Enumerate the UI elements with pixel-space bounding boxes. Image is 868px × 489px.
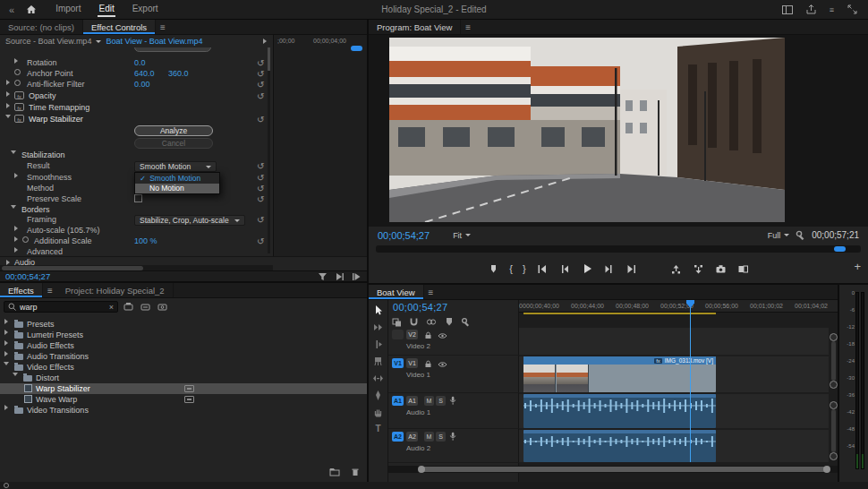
tree-item-lumetri-presets[interactable]: Lumetri Presets <box>0 330 367 340</box>
tab-source-monitor[interactable]: Source: (no clips) <box>0 20 83 34</box>
fullscreen-icon[interactable] <box>847 4 857 14</box>
ec-vertical-scrollbar[interactable] <box>268 47 270 253</box>
twirl-closed-icon[interactable] <box>4 351 8 356</box>
effect-label[interactable]: Time Remapping <box>29 103 89 113</box>
mute-button[interactable]: M <box>424 396 434 406</box>
step-back-icon[interactable] <box>558 263 571 275</box>
twirl-open-icon[interactable] <box>13 373 18 376</box>
track-lane-v2[interactable] <box>519 328 829 355</box>
accelerated-effects-filter-icon[interactable] <box>123 302 133 311</box>
track-name[interactable]: Audio 2 <box>406 444 430 452</box>
fit-dropdown[interactable]: Fit <box>453 231 471 240</box>
framing-dropdown[interactable]: Stabilize, Crop, Auto-scale <box>134 215 245 226</box>
mark-in-icon[interactable]: { <box>509 263 513 275</box>
tree-item-audio-effects[interactable]: Audio Effects <box>0 340 367 351</box>
play-button[interactable] <box>581 263 593 275</box>
analyze-button[interactable]: Analyze <box>134 125 213 136</box>
voiceover-mic-icon[interactable] <box>449 396 456 406</box>
audio-clip-a1[interactable] <box>523 394 716 428</box>
home-icon[interactable] <box>26 4 37 14</box>
panel-menu-icon[interactable]: ≡ <box>461 20 475 34</box>
voiceover-mic-icon[interactable] <box>449 432 456 442</box>
result-dropdown[interactable]: Smooth Motion <box>134 161 217 172</box>
twirl-closed-icon[interactable] <box>14 173 18 178</box>
tab-import[interactable]: Import <box>55 2 81 17</box>
program-timecode[interactable]: 00;00;54;27 <box>378 230 430 241</box>
timeline-horizontal-scrollbar[interactable] <box>388 466 838 473</box>
zoom-scrollbar-thumb[interactable] <box>351 46 362 51</box>
rotation-value[interactable]: 0.0 <box>134 58 146 68</box>
track-target-v1[interactable]: V1 <box>406 358 418 368</box>
anchor-x-value[interactable]: 640.0 <box>134 69 155 79</box>
cancel-button[interactable]: Cancel <box>134 138 213 149</box>
track-output-eye-icon[interactable] <box>438 332 447 339</box>
go-to-out-icon[interactable] <box>625 263 638 275</box>
reset-icon[interactable]: ↺ <box>257 69 264 79</box>
twirl-closed-icon[interactable] <box>4 330 8 335</box>
settings-wrench-icon[interactable] <box>796 230 805 240</box>
video-clip-img0313[interactable]: fx IMG_0313.mov [V] <box>523 356 716 392</box>
additional-scale-value[interactable]: 100 % <box>134 236 157 246</box>
twirl-closed-icon[interactable] <box>4 405 8 410</box>
play-audio-icon[interactable] <box>335 272 345 281</box>
slip-tool[interactable] <box>372 373 384 384</box>
quick-export-icon[interactable] <box>806 4 816 14</box>
video-tracks-scrollbar[interactable] <box>831 341 836 381</box>
effects-search-box[interactable]: × <box>4 301 118 313</box>
export-frame-icon[interactable] <box>715 263 728 275</box>
tab-program-monitor[interactable]: Program: Boat View <box>369 20 461 34</box>
sync-lock-icon[interactable] <box>424 331 432 339</box>
button-editor-plus[interactable]: + <box>854 260 861 273</box>
caret-down-icon[interactable] <box>96 40 101 43</box>
source-patch-v2[interactable] <box>392 330 404 339</box>
lift-icon[interactable] <box>670 263 683 275</box>
tab-export[interactable]: Export <box>132 2 159 17</box>
add-marker-icon[interactable] <box>487 263 499 275</box>
source-patch-a1[interactable]: A1 <box>392 396 404 406</box>
twirl-open-icon[interactable] <box>11 150 16 154</box>
preserve-scale-checkbox[interactable] <box>134 194 142 202</box>
track-select-tool[interactable] <box>372 322 384 333</box>
tab-effect-controls[interactable]: Effect Controls <box>83 20 156 34</box>
sync-lock-icon[interactable] <box>424 360 432 368</box>
yuv-effects-filter-icon[interactable] <box>157 302 167 311</box>
source-patch-a2[interactable]: A2 <box>392 432 404 442</box>
twirl-open-icon[interactable] <box>5 115 11 118</box>
zoom-handle-left[interactable] <box>418 466 425 473</box>
track-name[interactable]: Video 2 <box>406 342 430 350</box>
twirl-closed-icon[interactable] <box>4 319 8 324</box>
effect-label[interactable]: Opacity <box>29 91 56 101</box>
effect-label[interactable]: Warp Stabilizer <box>29 115 83 124</box>
delete-custom-item-icon[interactable] <box>351 468 360 476</box>
twirl-closed-icon[interactable] <box>14 236 18 242</box>
razor-tool[interactable] <box>372 356 384 367</box>
32bit-effects-filter-icon[interactable] <box>140 302 150 311</box>
track-output-eye-icon[interactable] <box>438 361 447 368</box>
solo-button[interactable]: S <box>436 396 446 406</box>
ripple-edit-tool[interactable] <box>372 339 384 350</box>
linked-selection-icon[interactable] <box>426 317 437 327</box>
twirl-closed-icon[interactable] <box>14 247 18 253</box>
add-marker-icon[interactable] <box>444 317 454 327</box>
twirl-closed-icon[interactable] <box>4 340 8 346</box>
antiflicker-value[interactable]: 0.00 <box>134 80 150 90</box>
nest-insert-icon[interactable] <box>392 317 402 327</box>
type-tool[interactable]: T <box>375 424 380 433</box>
filter-properties-icon[interactable] <box>318 272 328 281</box>
value-slider[interactable] <box>134 47 211 52</box>
track-target-v2[interactable]: V2 <box>406 330 418 339</box>
scrollbar-thumb[interactable] <box>421 467 828 472</box>
panel-menu-icon[interactable]: ≡ <box>424 285 438 299</box>
timeline-ruler[interactable]: 00 00;00;40;00 00;00;44;00 00;00;48;00 0… <box>519 300 838 313</box>
clear-search-icon[interactable]: × <box>109 303 114 312</box>
stopwatch-icon[interactable] <box>14 80 21 86</box>
stopwatch-icon[interactable] <box>22 236 29 243</box>
tab-sequence-boat-view[interactable]: Boat View <box>369 285 424 299</box>
menu-item-no-motion[interactable]: No Motion <box>135 184 219 194</box>
pan-right-icon[interactable] <box>263 39 267 44</box>
workspaces-icon[interactable] <box>782 5 793 14</box>
twirl-closed-icon[interactable] <box>14 226 18 231</box>
reset-icon[interactable]: ↺ <box>257 91 264 101</box>
reset-icon[interactable]: ↺ <box>257 173 264 183</box>
mark-out-icon[interactable]: } <box>523 263 526 275</box>
